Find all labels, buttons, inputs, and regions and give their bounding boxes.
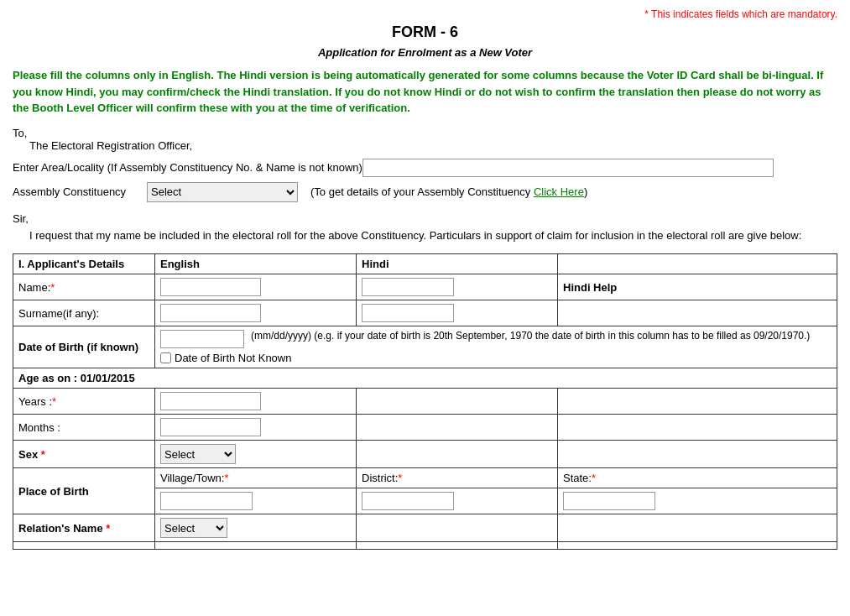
area-label: Enter Area/Locality (If Assembly Constit… (13, 161, 362, 174)
form-subtitle: Application for Enrolment as a New Voter (13, 46, 837, 59)
assembly-row: Assembly Constituency Select (To get det… (13, 182, 837, 202)
surname-row: Surname(if any): (13, 300, 837, 326)
surname-hindi-input[interactable] (362, 304, 454, 322)
years-label-cell: Years :* (13, 389, 155, 415)
applicant-details-table: I. Applicant's Details English Hindi Nam… (13, 253, 837, 550)
years-extra-cell (558, 389, 837, 415)
section-header: I. Applicant's Details (13, 254, 155, 274)
relation-extra-cell (558, 514, 837, 542)
years-input[interactable] (160, 392, 261, 410)
name-hindi-input[interactable] (362, 278, 454, 296)
village-input[interactable] (160, 492, 253, 510)
col-english-header: English (155, 254, 357, 274)
sex-extra-cell (558, 441, 837, 468)
age-header-row: Age as on : 01/01/2015 (13, 368, 837, 389)
area-row: Enter Area/Locality (If Assembly Constit… (13, 159, 837, 177)
bottom-row (13, 542, 837, 550)
surname-extra-cell (558, 300, 837, 326)
to-label: To, (13, 127, 837, 139)
months-extra-cell (558, 415, 837, 441)
bottom-extra-cell (558, 542, 837, 550)
years-input-cell (155, 389, 357, 415)
relation-row: Relation's Name * Select Father Mother H… (13, 514, 837, 542)
surname-english-cell (155, 300, 357, 326)
dob-input[interactable] (160, 330, 244, 348)
dob-unknown-label: Date of Birth Not Known (175, 352, 291, 364)
surname-hindi-cell (357, 300, 558, 326)
table-header-row: I. Applicant's Details English Hindi (13, 254, 837, 274)
village-header-cell: Village/Town:* (155, 468, 357, 488)
district-input-cell (357, 488, 558, 514)
sex-select[interactable]: Select Male Female Other (160, 444, 236, 464)
dob-label-cell: Date of Birth (if known) (13, 326, 155, 368)
village-input-cell (155, 488, 357, 514)
request-text: I request that my name be included in th… (29, 227, 837, 245)
place-label-cell: Place of Birth (13, 468, 155, 514)
col-hindi-header: Hindi (357, 254, 558, 274)
name-english-cell (155, 274, 357, 300)
bottom-english-cell (155, 542, 357, 550)
months-label-cell: Months : (13, 415, 155, 441)
relation-hindi-cell (357, 514, 558, 542)
months-input-cell (155, 415, 357, 441)
bottom-label-cell (13, 542, 155, 550)
form-title: FORM - 6 (13, 23, 837, 41)
click-here-link[interactable]: Click Here (534, 185, 584, 198)
months-input[interactable] (160, 418, 261, 436)
instruction-text: Please fill the columns only in English.… (13, 67, 837, 117)
relation-select[interactable]: Select Father Mother Husband Other (160, 518, 227, 538)
surname-english-input[interactable] (160, 304, 261, 322)
state-input-cell (558, 488, 837, 514)
sex-row: Sex * Select Male Female Other (13, 441, 837, 468)
to-section: To, The Electoral Registration Officer, (13, 127, 837, 152)
months-row: Months : (13, 415, 837, 441)
sir-text: Sir, I request that my name be included … (13, 211, 837, 246)
relation-select-cell: Select Father Mother Husband Other (155, 514, 357, 542)
bottom-hindi-cell (357, 542, 558, 550)
name-hindi-cell (357, 274, 558, 300)
sex-label-cell: Sex * (13, 441, 155, 468)
years-hindi-cell (357, 389, 558, 415)
assembly-note: (To get details of your Assembly Constit… (310, 185, 587, 198)
mandatory-note: * This indicates fields which are mandat… (13, 8, 837, 20)
name-row: Name:* Hindi Help (13, 274, 837, 300)
sex-select-cell: Select Male Female Other (155, 441, 357, 468)
district-input[interactable] (362, 492, 454, 510)
years-row: Years :* (13, 389, 837, 415)
surname-label-cell: Surname(if any): (13, 300, 155, 326)
name-label-cell: Name:* (13, 274, 155, 300)
state-header-cell: State:* (558, 468, 837, 488)
place-header-row: Place of Birth Village/Town:* District:*… (13, 468, 837, 488)
dob-row: Date of Birth (if known) (mm/dd/yyyy) (e… (13, 326, 837, 368)
dob-unknown-row: Date of Birth Not Known (160, 352, 832, 364)
relation-label-cell: Relation's Name * (13, 514, 155, 542)
name-english-input[interactable] (160, 278, 261, 296)
district-header-cell: District:* (357, 468, 558, 488)
hindi-help-cell: Hindi Help (558, 274, 837, 300)
assembly-label: Assembly Constituency (13, 185, 147, 198)
to-address: The Electoral Registration Officer, (29, 139, 837, 152)
col-extra-header (558, 254, 837, 274)
hindi-help-button[interactable]: Hindi Help (563, 281, 617, 294)
state-input[interactable] (563, 492, 655, 510)
dob-note: (mm/dd/yyyy) (e.g. if your date of birth… (251, 330, 810, 342)
months-hindi-cell (357, 415, 558, 441)
dob-unknown-checkbox[interactable] (160, 352, 171, 363)
assembly-select[interactable]: Select (147, 182, 298, 202)
age-header-cell: Age as on : 01/01/2015 (13, 368, 837, 389)
sex-hindi-cell (357, 441, 558, 468)
dob-content-cell: (mm/dd/yyyy) (e.g. if your date of birth… (155, 326, 837, 368)
area-input[interactable] (362, 159, 774, 177)
